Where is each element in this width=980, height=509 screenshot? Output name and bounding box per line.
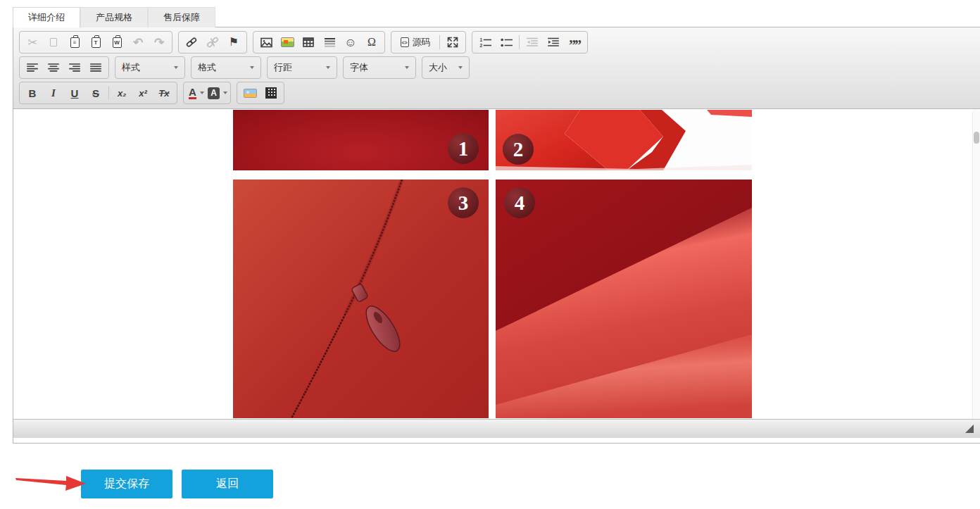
list-group: 1 2 bbox=[472, 31, 588, 54]
superscript-button[interactable]: x² bbox=[132, 83, 153, 103]
qrcode-button[interactable] bbox=[260, 83, 282, 103]
style-dropdown[interactable]: 样式 bbox=[115, 56, 185, 79]
editor-content-area[interactable]: 1 bbox=[13, 109, 980, 419]
chevron-down-icon bbox=[250, 66, 254, 69]
cut-button[interactable]: ✂ bbox=[22, 32, 43, 52]
resize-handle-icon[interactable] bbox=[965, 425, 974, 433]
remove-format-button[interactable]: Tx bbox=[153, 83, 175, 103]
vertical-scrollbar[interactable] bbox=[972, 109, 980, 419]
content-image-1[interactable]: 1 bbox=[233, 110, 489, 170]
smiley-icon: ☺ bbox=[344, 37, 356, 49]
undo-icon: ↶ bbox=[133, 37, 143, 49]
chevron-down-icon bbox=[326, 66, 330, 69]
insert-local-image-button[interactable] bbox=[277, 32, 298, 52]
annotation-arrow-icon bbox=[15, 473, 87, 493]
content-image-3[interactable]: 3 bbox=[233, 180, 489, 418]
align-left-icon bbox=[27, 63, 38, 73]
separator bbox=[439, 35, 440, 49]
unlink-button[interactable] bbox=[202, 32, 223, 52]
background-color-button[interactable]: A bbox=[207, 83, 228, 103]
color-image-icon bbox=[281, 37, 294, 47]
align-center-button[interactable] bbox=[43, 58, 64, 77]
italic-button[interactable]: I bbox=[43, 83, 64, 103]
numbered-list-button[interactable]: 1 2 bbox=[475, 32, 496, 52]
subscript-button[interactable]: x₂ bbox=[111, 83, 132, 103]
paste-plain-text-button[interactable]: T bbox=[85, 32, 106, 52]
paste-text-icon: T bbox=[92, 37, 101, 48]
image-icon bbox=[260, 37, 272, 48]
strikethrough-button[interactable]: S bbox=[85, 83, 106, 103]
anchor-button[interactable]: ⚑ bbox=[223, 32, 244, 52]
blockquote-button[interactable]: ”” bbox=[564, 32, 585, 52]
quote-icon: ”” bbox=[569, 37, 580, 48]
rich-text-editor: ✂ ≡ T W ↶ ↷ bbox=[13, 27, 980, 444]
svg-text:1: 1 bbox=[479, 37, 482, 42]
toolbar-row-1: ✂ ≡ T W ↶ ↷ bbox=[19, 31, 974, 54]
insert-group: ☺ Ω bbox=[253, 31, 385, 54]
align-justify-button[interactable] bbox=[85, 58, 106, 77]
image-gallery-button[interactable] bbox=[239, 83, 260, 103]
form-actions: 提交保存 返回 bbox=[81, 470, 273, 498]
bold-button[interactable]: B bbox=[22, 83, 43, 103]
text-color-button[interactable]: A bbox=[186, 83, 207, 103]
size-dropdown[interactable]: 大小 bbox=[422, 56, 470, 79]
copy-icon bbox=[50, 38, 57, 46]
tab-detail-intro[interactable]: 详细介绍 bbox=[13, 7, 80, 27]
paste-from-word-button[interactable]: W bbox=[106, 32, 127, 52]
align-center-icon bbox=[48, 63, 59, 73]
outdent-button[interactable] bbox=[522, 32, 543, 52]
tab-after-sales[interactable]: 售后保障 bbox=[148, 7, 215, 27]
undo-button[interactable]: ↶ bbox=[127, 32, 149, 52]
indent-button[interactable] bbox=[543, 32, 564, 52]
separator bbox=[108, 86, 109, 100]
redo-button[interactable]: ↷ bbox=[149, 32, 170, 52]
submit-save-button[interactable]: 提交保存 bbox=[81, 470, 172, 498]
chevron-down-icon bbox=[405, 66, 409, 69]
qrcode-icon bbox=[265, 87, 277, 99]
image-badge-4: 4 bbox=[504, 187, 535, 218]
scrollbar-thumb[interactable] bbox=[974, 132, 979, 144]
source-code-label: 源码 bbox=[413, 36, 431, 49]
maximize-button[interactable] bbox=[442, 32, 463, 52]
special-char-button[interactable]: Ω bbox=[361, 32, 382, 52]
gallery-icon bbox=[244, 89, 257, 98]
zipper-graphic bbox=[233, 180, 489, 418]
image-badge-1: 1 bbox=[448, 133, 479, 164]
underline-button[interactable]: U bbox=[64, 83, 85, 103]
paste-word-icon: W bbox=[113, 37, 122, 48]
align-left-button[interactable] bbox=[22, 58, 43, 77]
svg-text:2: 2 bbox=[479, 43, 482, 48]
link-group: ⚑ bbox=[178, 31, 247, 54]
horizontal-rule-button[interactable] bbox=[319, 32, 340, 52]
toolbar-row-2: 样式 格式 行距 字体 大小 bbox=[19, 56, 974, 79]
format-dropdown[interactable]: 格式 bbox=[191, 56, 261, 79]
align-right-icon bbox=[69, 63, 80, 73]
media-group bbox=[237, 82, 284, 104]
draped-fabric-graphic bbox=[496, 180, 752, 418]
link-button[interactable] bbox=[181, 32, 202, 52]
paste-icon: ≡ bbox=[70, 37, 80, 48]
content-image-4[interactable]: 4 bbox=[496, 180, 752, 418]
back-button[interactable]: 返回 bbox=[182, 470, 273, 498]
insert-table-button[interactable] bbox=[298, 32, 319, 52]
content-image-2[interactable]: 2 bbox=[496, 110, 752, 170]
smiley-button[interactable]: ☺ bbox=[340, 32, 361, 52]
basic-styles-group: B I U S x₂ x² Tx bbox=[19, 82, 177, 104]
align-right-button[interactable] bbox=[64, 58, 85, 77]
product-edit-page: 详细介绍 产品规格 售后保障 ✂ ≡ T W ↶ ↷ bbox=[0, 0, 980, 509]
source-code-button[interactable]: <> 源码 bbox=[394, 32, 437, 52]
tab-product-spec[interactable]: 产品规格 bbox=[80, 7, 148, 27]
redo-icon: ↷ bbox=[154, 37, 164, 49]
paste-button[interactable]: ≡ bbox=[64, 32, 85, 52]
bg-color-icon: A bbox=[208, 87, 220, 99]
font-dropdown[interactable]: 字体 bbox=[343, 56, 416, 79]
line-spacing-dropdown[interactable]: 行距 bbox=[267, 56, 337, 79]
insert-image-button[interactable] bbox=[256, 32, 277, 52]
scissors-icon: ✂ bbox=[27, 37, 37, 49]
copy-button[interactable] bbox=[43, 32, 64, 52]
link-icon bbox=[185, 37, 198, 48]
bullet-list-button[interactable] bbox=[496, 32, 517, 52]
maximize-icon bbox=[447, 37, 458, 48]
outdent-icon bbox=[527, 37, 538, 47]
flag-icon: ⚑ bbox=[229, 37, 239, 48]
